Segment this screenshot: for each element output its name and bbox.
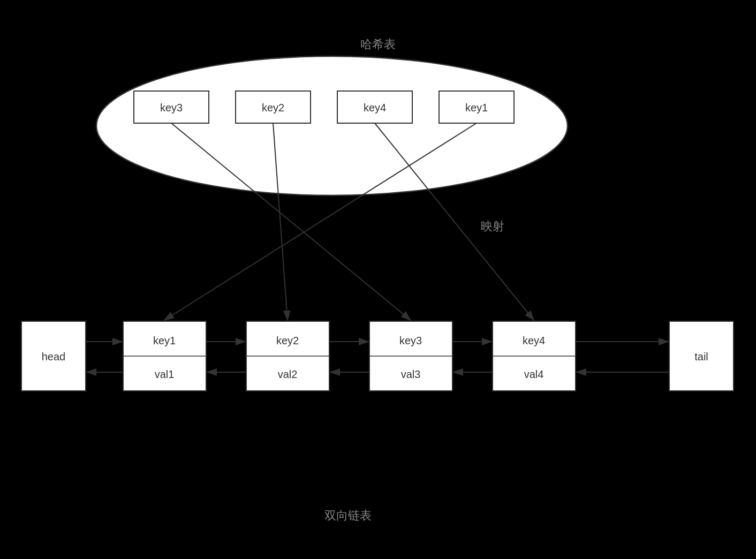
mapping-label: 映射: [481, 220, 504, 233]
node2-val: val2: [278, 368, 298, 380]
hashtable-label: 哈希表: [360, 37, 396, 51]
tail-label: tail: [694, 351, 708, 362]
node2-key: key2: [276, 335, 299, 346]
linkedlist-label: 双向链表: [324, 509, 372, 522]
hash-key4-label: key4: [364, 102, 386, 114]
node3-key: key3: [399, 335, 422, 346]
hash-key1-label: key1: [465, 102, 488, 114]
node4-val: val4: [524, 368, 544, 380]
node1-key: key1: [153, 335, 176, 346]
node4-key: key4: [523, 335, 545, 346]
hash-key3-label: key3: [160, 102, 183, 114]
hash-key2-label: key2: [262, 102, 284, 114]
node1-val: val1: [155, 368, 175, 380]
head-label: head: [42, 351, 66, 362]
node3-val: val3: [401, 368, 421, 380]
hashtable-ellipse: [96, 56, 568, 195]
